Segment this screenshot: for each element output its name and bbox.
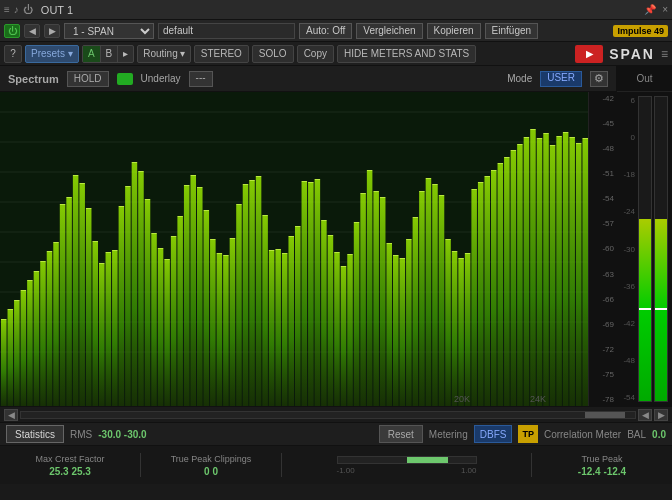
vu--54: -54 bbox=[621, 393, 635, 402]
svg-rect-137 bbox=[419, 192, 425, 406]
svg-rect-105 bbox=[315, 180, 321, 406]
svg-rect-27 bbox=[60, 205, 66, 406]
db-label-69: -69 bbox=[591, 320, 614, 329]
corr-max-label: 1.00 bbox=[461, 466, 477, 475]
metering-value[interactable]: DBFS bbox=[474, 425, 513, 443]
presets-arrow: ▾ bbox=[68, 48, 73, 59]
corr-bar-track bbox=[337, 456, 477, 464]
svg-rect-101 bbox=[302, 182, 308, 406]
scroll-right2-button[interactable]: ▶ bbox=[654, 409, 668, 421]
reset-button[interactable]: Reset bbox=[379, 425, 423, 443]
svg-rect-133 bbox=[406, 240, 412, 406]
svg-rect-135 bbox=[413, 218, 419, 406]
db-label-57: -57 bbox=[591, 219, 614, 228]
svg-rect-121 bbox=[367, 171, 373, 406]
midi-icon[interactable]: ♪ bbox=[14, 4, 19, 15]
db-label-78: -78 bbox=[591, 395, 614, 404]
underlay-value[interactable]: --- bbox=[189, 71, 213, 87]
pin-icon[interactable]: 📌 bbox=[644, 4, 656, 15]
bal-label: BAL bbox=[627, 429, 646, 440]
scroll-thumb[interactable] bbox=[585, 412, 625, 418]
svg-rect-140 bbox=[426, 178, 432, 179]
svg-rect-37 bbox=[92, 242, 98, 406]
svg-rect-120 bbox=[360, 193, 366, 194]
copy-button[interactable]: Copy bbox=[297, 45, 334, 63]
ab-arrow[interactable]: ▸ bbox=[118, 46, 133, 62]
scroll-right1-button[interactable]: ◀ bbox=[638, 409, 652, 421]
green-toggle[interactable] bbox=[117, 73, 133, 85]
vergleichen-button[interactable]: Vergleichen bbox=[356, 23, 422, 39]
hamburger-icon[interactable]: ≡ bbox=[661, 47, 668, 61]
preset-name-input[interactable] bbox=[158, 23, 295, 39]
help-button[interactable]: ? bbox=[4, 45, 22, 63]
svg-rect-126 bbox=[380, 197, 386, 198]
statistics-tab[interactable]: Statistics bbox=[6, 425, 64, 443]
svg-rect-18 bbox=[27, 280, 33, 281]
svg-rect-99 bbox=[295, 227, 301, 406]
spectrum-canvas[interactable]: -42 -45 -48 -51 -54 -57 -60 -63 -66 -69 … bbox=[0, 92, 616, 406]
svg-rect-86 bbox=[249, 180, 255, 181]
title-bar-icons: ≡ ♪ ⏻ bbox=[4, 4, 33, 15]
freq-labels: 20K 24K bbox=[0, 394, 586, 404]
tp-badge[interactable]: TP bbox=[518, 425, 538, 443]
spectrum-gear-button[interactable]: ⚙ bbox=[590, 71, 608, 87]
svg-rect-156 bbox=[478, 182, 484, 183]
svg-rect-136 bbox=[413, 217, 419, 218]
svg-rect-170 bbox=[524, 137, 530, 138]
scroll-left-button[interactable]: ◀ bbox=[4, 409, 18, 421]
svg-rect-100 bbox=[295, 226, 301, 227]
stat-divider-3 bbox=[531, 453, 532, 477]
svg-rect-127 bbox=[386, 244, 392, 406]
hold-button[interactable]: HOLD bbox=[67, 71, 109, 87]
svg-rect-82 bbox=[236, 204, 242, 205]
power-button[interactable]: ⏻ bbox=[4, 24, 20, 38]
auto-off-button[interactable]: Auto: Off bbox=[299, 23, 352, 39]
solo-button[interactable]: SOLO bbox=[252, 45, 294, 63]
routing-button[interactable]: Routing ▾ bbox=[137, 45, 190, 63]
hide-meters-button[interactable]: HIDE METERS AND STATS bbox=[337, 45, 476, 63]
svg-rect-134 bbox=[406, 239, 412, 240]
svg-rect-95 bbox=[282, 254, 288, 406]
kopieren-button[interactable]: Kopieren bbox=[427, 23, 481, 39]
svg-rect-63 bbox=[177, 217, 183, 406]
svg-rect-161 bbox=[498, 164, 504, 406]
menu-icon[interactable]: ≡ bbox=[4, 4, 10, 15]
stereo-button[interactable]: STEREO bbox=[194, 45, 249, 63]
svg-rect-164 bbox=[504, 157, 510, 158]
einfuegen-button[interactable]: Einfügen bbox=[485, 23, 538, 39]
db-label-66: -66 bbox=[591, 295, 614, 304]
svg-rect-31 bbox=[73, 176, 79, 406]
svg-rect-150 bbox=[458, 258, 464, 259]
svg-rect-16 bbox=[21, 290, 27, 291]
svg-rect-26 bbox=[53, 242, 59, 243]
svg-rect-24 bbox=[47, 251, 53, 252]
ab-group: A B ▸ bbox=[82, 45, 134, 63]
svg-rect-50 bbox=[132, 162, 138, 163]
svg-rect-85 bbox=[249, 181, 255, 406]
settings-icon[interactable]: × bbox=[662, 4, 668, 15]
nav-forward-button[interactable]: ▶ bbox=[44, 24, 60, 38]
vu-scale: 6 0 -18 -24 -30 -36 -42 -48 -54 bbox=[621, 96, 635, 402]
vu--36: -36 bbox=[621, 282, 635, 291]
svg-rect-106 bbox=[315, 179, 321, 180]
power-icon[interactable]: ⏻ bbox=[23, 4, 33, 15]
svg-rect-102 bbox=[302, 181, 308, 182]
svg-rect-159 bbox=[491, 171, 497, 406]
nav-back-button[interactable]: ◀ bbox=[24, 24, 40, 38]
svg-rect-59 bbox=[164, 260, 170, 406]
svg-rect-122 bbox=[367, 170, 373, 171]
svg-rect-186 bbox=[576, 143, 582, 144]
a-button[interactable]: A bbox=[83, 46, 101, 62]
presets-button[interactable]: Presets ▾ bbox=[25, 45, 79, 63]
corr-meter-label: Correlation Meter bbox=[544, 429, 621, 440]
presets-label: Presets bbox=[31, 48, 65, 59]
scroll-track[interactable] bbox=[20, 411, 636, 419]
svg-rect-143 bbox=[439, 196, 445, 406]
preset-dropdown[interactable]: 1 - SPAN bbox=[64, 23, 154, 39]
svg-rect-30 bbox=[66, 197, 72, 198]
mode-value[interactable]: USER bbox=[540, 71, 582, 87]
svg-rect-119 bbox=[360, 194, 366, 406]
b-button[interactable]: B bbox=[101, 46, 119, 62]
svg-rect-71 bbox=[204, 211, 210, 406]
svg-rect-174 bbox=[537, 138, 543, 139]
